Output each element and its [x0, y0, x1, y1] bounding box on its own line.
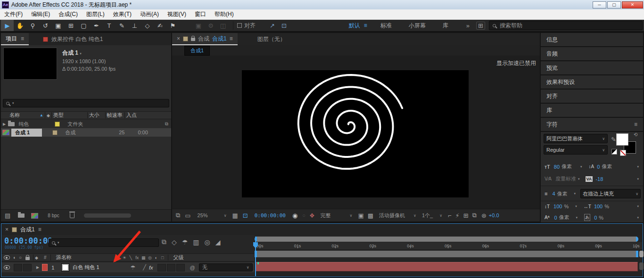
panel-menu-icon[interactable]: ≡	[230, 35, 233, 42]
layer-switch-cell[interactable]	[157, 264, 166, 271]
frame-blend-icon[interactable]: ▦	[140, 255, 147, 260]
eyedropper-icon[interactable]: ✐	[610, 137, 617, 142]
grid-guides-icon[interactable]: ▦	[232, 212, 238, 219]
channels-icon[interactable]: ❖	[309, 212, 315, 219]
timeline-button-icon[interactable]: ⊞	[463, 212, 469, 219]
time-ruler[interactable]: 00s01s02s03s04s05s06s07s08s09s10s	[256, 242, 642, 250]
hand-tool-icon[interactable]: ✋	[14, 20, 26, 31]
chevron-down-icon[interactable]: ∨	[439, 213, 442, 218]
layer-fx-icon[interactable]: fx	[149, 265, 153, 270]
column-name[interactable]: 名称	[9, 112, 20, 119]
menu-item[interactable]: 文件(F)	[0, 10, 27, 18]
selection-tool-icon[interactable]: ▶	[1, 20, 14, 31]
shy-icon[interactable]: ⚇	[115, 255, 122, 260]
type-tool-icon[interactable]: T	[103, 20, 116, 31]
timeline-tab-name[interactable]: 合成1	[20, 226, 35, 234]
layer-expand-icon[interactable]: ▶	[36, 265, 39, 270]
mask-vertex-snap-icon[interactable]: ⊡	[281, 22, 287, 29]
quality-icon[interactable]: ╲	[128, 255, 134, 260]
timeline-scrollbar-thumb[interactable]	[639, 262, 644, 270]
resolution-select[interactable]: 完整	[321, 212, 331, 219]
lock-icon[interactable]	[191, 38, 195, 41]
tab-project[interactable]: 项目 ≡	[1, 33, 29, 45]
collapse-transformations-icon[interactable]: ☀	[121, 255, 128, 260]
new-composition-icon[interactable]	[31, 213, 38, 219]
exposure-gear-icon[interactable]: ⊛	[481, 212, 487, 219]
3d-layer-icon[interactable]: □	[159, 255, 166, 260]
chevron-down-icon[interactable]: ∨	[224, 213, 227, 218]
column-framerate[interactable]: 帧速率	[107, 112, 123, 119]
sort-asc-icon[interactable]: ▲	[40, 113, 43, 117]
tab-composition[interactable]: × 合成 合成1 ≡	[172, 33, 238, 45]
work-area-bar[interactable]	[255, 251, 638, 257]
layer-solo-cell[interactable]	[23, 264, 32, 271]
close-tab-icon[interactable]: ×	[177, 35, 180, 42]
trash-icon[interactable]	[70, 213, 74, 218]
comp-info-dropdown-icon[interactable]: ▾	[80, 52, 82, 55]
close-button[interactable]: ✕	[622, 1, 643, 8]
flowchart-icon[interactable]: ⧉	[472, 212, 477, 219]
tracking-value[interactable]: -18	[595, 176, 603, 182]
comp-mini-flowchart-icon[interactable]: ⧉	[162, 238, 166, 246]
panel-menu-icon[interactable]: ≡	[38, 226, 41, 233]
viewer-comp-tab[interactable]: 合成1	[184, 46, 210, 56]
label-column-icon[interactable]: ◆	[47, 113, 50, 118]
tab-layer[interactable]: 图层（无）	[252, 33, 291, 45]
comp-info-name[interactable]: 合成 1 ▾	[62, 49, 116, 57]
panel-header[interactable]: 预览	[541, 61, 643, 74]
layer-row[interactable]: ▶ 1 白色 纯色 1 ☂ ╱ fx @ 无∨	[1, 262, 254, 272]
menu-item[interactable]: 视图(V)	[163, 10, 190, 18]
layer-switch-cell[interactable]	[167, 264, 175, 271]
workspace-overflow-icon[interactable]: »	[466, 22, 470, 29]
comp-canvas[interactable]	[242, 70, 469, 197]
table-row-comp[interactable]: 合成 1 合成 25 0:00	[1, 128, 171, 137]
comp-tab-name[interactable]: 合成1	[212, 35, 227, 43]
stroke-width-value[interactable]: 4	[552, 191, 555, 196]
draft-3d-icon[interactable]: ◇	[172, 238, 177, 246]
chevron-down-icon[interactable]: ∨	[350, 213, 353, 218]
workspace-tab[interactable]: 小屏幕	[409, 22, 429, 30]
fx-icon[interactable]: fx	[134, 255, 140, 260]
project-search-field[interactable]: ▾	[3, 99, 169, 107]
shape-tool-icon[interactable]: ▢	[77, 20, 90, 31]
label-chip-yellow[interactable]	[55, 122, 60, 127]
menu-item[interactable]: 帮助(H)	[210, 10, 238, 18]
workspace-tab[interactable]: 标准	[380, 22, 396, 30]
menu-item[interactable]: 合成(C)	[54, 10, 82, 18]
panel-header[interactable]: 信息	[541, 33, 643, 46]
time-navigator-bar[interactable]	[255, 237, 638, 242]
panel-header-character[interactable]: 字符 ≡	[541, 118, 643, 131]
interpret-footage-icon[interactable]: ▤	[5, 212, 10, 219]
rotate-tool-icon[interactable]: ↺	[39, 20, 52, 31]
index-column-label[interactable]: #	[44, 255, 47, 260]
adjustment-layer-icon[interactable]: ◐	[153, 255, 160, 260]
snapshot-icon[interactable]: ◉	[292, 212, 297, 219]
maximize-button[interactable]: ▢	[607, 1, 621, 8]
magnification-select[interactable]: 25%	[198, 213, 208, 218]
roi-icon[interactable]: ⊡	[243, 212, 248, 219]
panel-header[interactable]: 音频	[541, 47, 643, 60]
view-layout-select[interactable]: 1个_	[422, 212, 433, 219]
source-name-column[interactable]: 源名称	[56, 254, 72, 261]
parent-select[interactable]: 无∨	[199, 263, 253, 271]
pen-tool-icon[interactable]: ✒	[90, 20, 103, 31]
fast-previews-icon[interactable]: ⚡	[455, 212, 460, 219]
timeline-search-field[interactable]: ▾	[49, 238, 159, 247]
layer-switch-cell[interactable]	[176, 264, 185, 271]
camera-tool-icon[interactable]: ▣	[52, 20, 65, 31]
layer-audio-cell[interactable]	[14, 264, 22, 271]
shy-layers-icon[interactable]: ☂	[182, 238, 188, 246]
column-size[interactable]: 大小	[89, 112, 99, 119]
panel-menu-icon[interactable]: ≡	[21, 35, 24, 42]
motion-blur-icon[interactable]: ◎	[205, 238, 210, 246]
panel-menu-icon[interactable]: ≡	[634, 121, 637, 128]
panel-header[interactable]: 库	[541, 104, 643, 117]
brush-tool-icon[interactable]: ✎	[116, 20, 128, 31]
reset-view-icon[interactable]: ⌐	[448, 212, 452, 219]
label-chip-sand[interactable]	[52, 130, 58, 135]
roto-brush-tool-icon[interactable]: ✍	[154, 20, 166, 31]
snapshot-options-icon[interactable]: ↗	[270, 22, 275, 29]
help-search-field[interactable]: 搜索帮助	[489, 21, 643, 30]
pixel-aspect-icon[interactable]: ▣	[358, 212, 363, 219]
tab-effect-controls[interactable]: 效果控件 白色 纯色1	[37, 33, 108, 45]
